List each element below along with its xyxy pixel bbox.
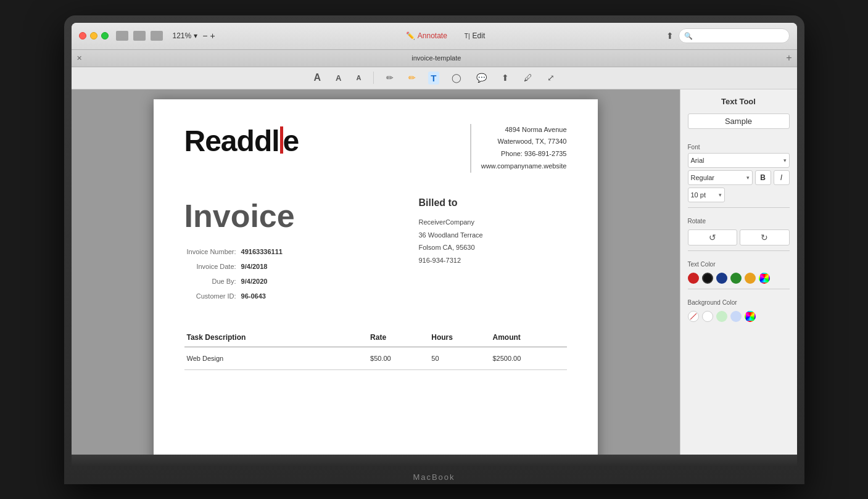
zoom-increase-icon[interactable]: + — [210, 31, 215, 41]
zoom-control[interactable]: 121% ▾ − + — [173, 31, 215, 41]
text-resize-large-tool[interactable]: A — [311, 71, 323, 85]
style-dropdown-arrow: ▾ — [746, 175, 750, 181]
color-dark-blue[interactable] — [716, 273, 727, 284]
col-description-header: Task Description — [184, 328, 368, 347]
billed-section: Billed to ReceiverCompany 36 Woodland Te… — [419, 197, 567, 303]
invoice-customer-label: Customer ID: — [184, 289, 239, 303]
style-value: Regular — [691, 174, 715, 181]
col-hours-header: Hours — [429, 328, 490, 347]
invoice-due-value: 9/4/2020 — [239, 274, 285, 289]
color-orange[interactable] — [745, 273, 756, 284]
company-address: 4894 Norma Avenue Waterwood, TX, 77340 P… — [470, 124, 567, 173]
fullscreen-tool[interactable]: ⤢ — [545, 72, 557, 84]
billed-to-title: Billed to — [419, 197, 567, 208]
row-rate: $50.00 — [368, 347, 429, 369]
panel-title: Text Tool — [688, 97, 790, 106]
zoom-dropdown-icon: ▾ — [194, 31, 197, 40]
right-panel: Text Tool Sample Font Arial ▾ Regular ▾ … — [680, 89, 797, 455]
invoice-number-label: Invoice Number: — [184, 244, 239, 259]
table-header-row: Task Description Rate Hours Amount — [184, 328, 567, 347]
font-dropdown-arrow: ▾ — [783, 157, 787, 163]
color-spectrum[interactable] — [759, 273, 770, 284]
zoom-decrease-icon[interactable]: − — [202, 31, 207, 41]
font-style-select[interactable]: Regular ▾ — [688, 170, 753, 185]
note-tool[interactable]: 💬 — [474, 72, 489, 84]
annotate-label: Annotate — [418, 31, 447, 40]
receiver-phone: 916-934-7312 — [419, 254, 567, 267]
bg-color-light-green[interactable] — [716, 311, 727, 322]
document-area[interactable]: Readdle 4894 Norma Avenue Waterwood, TX,… — [72, 89, 680, 455]
tab-close-button[interactable]: ✕ — [76, 54, 82, 62]
grid-view-icon[interactable] — [133, 31, 146, 41]
tab-bar: ✕ invoice-template + — [72, 50, 797, 67]
traffic-lights — [79, 32, 109, 39]
fullscreen-button[interactable] — [101, 32, 109, 39]
minimize-button[interactable] — [90, 32, 97, 39]
shape-tool[interactable]: ◯ — [449, 72, 464, 84]
font-select[interactable]: Arial ▾ — [688, 153, 790, 168]
font-size-select[interactable]: 10 pt ▾ — [688, 188, 725, 202]
panel-divider-2 — [688, 250, 790, 251]
logo-e: e — [283, 124, 299, 158]
title-right: ⬆ 🔍 — [666, 28, 790, 43]
color-black[interactable] — [702, 273, 713, 284]
italic-button[interactable]: I — [774, 170, 790, 185]
panel-divider-3 — [688, 289, 790, 289]
title-bar: 121% ▾ − + ✏️ Annotate T| Edit ⬆ — [72, 23, 797, 50]
sidebar-toggle-icon[interactable] — [116, 31, 128, 41]
pdf-page: Readdle 4894 Norma Avenue Waterwood, TX,… — [154, 99, 598, 455]
invoice-title: Invoice — [184, 197, 419, 234]
title-center: ✏️ Annotate T| Edit — [225, 31, 666, 40]
bg-color-white[interactable] — [702, 311, 713, 322]
logo-section: Readdle 4894 Norma Avenue Waterwood, TX,… — [184, 124, 567, 173]
highlight-tool[interactable]: ✏ — [406, 72, 418, 84]
invoice-customer-value: 96-0643 — [239, 289, 285, 303]
laptop-frame: 121% ▾ − + ✏️ Annotate T| Edit ⬆ — [64, 15, 804, 484]
edit-text-icon: T| — [465, 33, 470, 39]
bg-color-transparent[interactable] — [688, 311, 699, 322]
annotate-icon: ✏️ — [406, 31, 415, 40]
panel-divider-1 — [688, 207, 790, 208]
rotate-ccw-button[interactable]: ↺ — [688, 229, 738, 245]
items-table-body: Web Design $50.00 50 $2500.00 — [184, 347, 567, 369]
size-dropdown-arrow: ▾ — [719, 192, 722, 198]
receiver-city: Folsom CA, 95630 — [419, 241, 567, 254]
bg-color-light-blue[interactable] — [730, 311, 742, 322]
color-green[interactable] — [730, 273, 742, 284]
invoice-customer-row: Customer ID: 96-0643 — [184, 289, 285, 303]
tab-add-button[interactable]: + — [786, 52, 792, 64]
annotate-button[interactable]: ✏️ Annotate — [406, 31, 447, 40]
address-phone: Phone: 936-891-2735 — [481, 148, 567, 160]
pen-tool[interactable]: 🖊 — [521, 72, 535, 84]
sample-text: Sample — [688, 113, 790, 129]
text-tool[interactable]: T — [428, 72, 439, 85]
text-medium-tool[interactable]: A — [333, 72, 344, 84]
font-style-row: Regular ▾ B I — [688, 170, 790, 185]
col-rate-header: Rate — [368, 328, 429, 347]
list-view-icon[interactable] — [151, 31, 163, 41]
invoice-left: Invoice Invoice Number: 49163336111 — [184, 197, 419, 303]
close-button[interactable] — [79, 32, 86, 39]
pencil-tool[interactable]: ✏ — [384, 72, 396, 84]
invoice-number-row: Invoice Number: 49163336111 — [184, 244, 285, 259]
laptop-bottom: MacBook — [72, 455, 797, 467]
text-small-tool[interactable]: A — [353, 73, 363, 83]
search-box[interactable]: 🔍 — [679, 28, 790, 43]
edit-button[interactable]: T| Edit — [465, 31, 485, 40]
invoice-due-label: Due By: — [184, 274, 239, 289]
view-mode-icons — [116, 31, 163, 41]
invoice-date-value: 9/4/2018 — [239, 259, 285, 274]
share-icon[interactable]: ⬆ — [666, 31, 674, 41]
invoice-number-value: 49163336111 — [239, 244, 285, 259]
row-amount: $2500.00 — [490, 347, 566, 369]
col-amount-header: Amount — [490, 328, 566, 347]
divider — [373, 72, 374, 84]
color-red[interactable] — [688, 273, 699, 284]
rotate-cw-button[interactable]: ↻ — [740, 229, 790, 245]
invoice-due-row: Due By: 9/4/2020 — [184, 274, 285, 289]
text-color-label: Text Color — [688, 261, 790, 268]
stamp-tool[interactable]: ⬆ — [499, 72, 511, 84]
bold-button[interactable]: B — [755, 170, 771, 185]
size-value: 10 pt — [691, 191, 706, 199]
bg-color-spectrum[interactable] — [745, 311, 756, 322]
